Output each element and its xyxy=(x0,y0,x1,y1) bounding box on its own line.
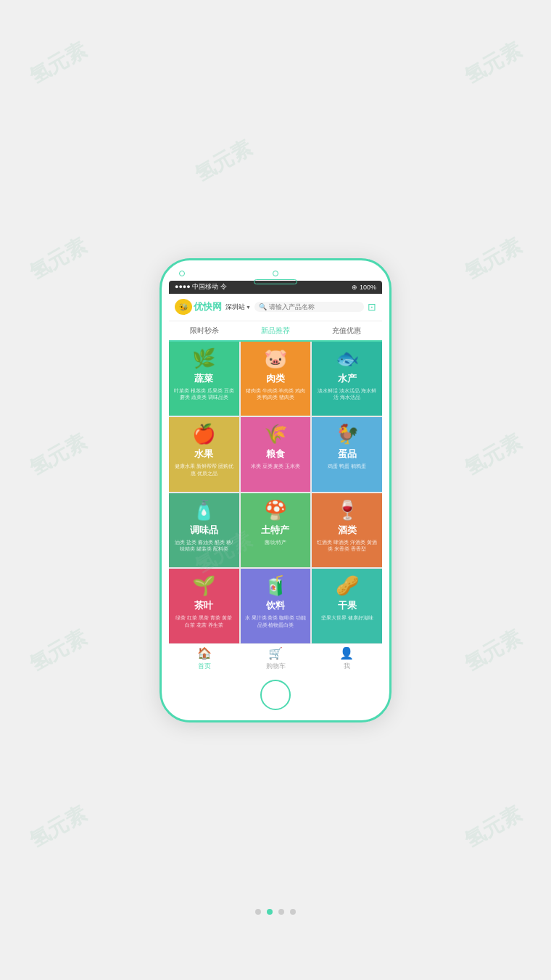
status-right: ⊕ 100% xyxy=(352,284,376,291)
page-dot-0[interactable] xyxy=(255,909,261,915)
category-name-2: 水产 xyxy=(338,372,357,385)
phone-screen: ●●●● 中国移动 令 ⊕ 100% 🐝 优快网 深圳站 ▼ 🔍 ⊡ 限时秒杀 … xyxy=(169,281,382,674)
search-input[interactable] xyxy=(269,303,360,310)
category-icon-7: 🍄 xyxy=(264,499,287,522)
category-sub-3: 健康水果 新鲜帮帮 团购优惠 优质之品 xyxy=(173,463,236,477)
tab-new-products[interactable]: 新品推荐 xyxy=(240,321,311,342)
category-icon-3: 🍎 xyxy=(192,423,215,445)
category-icon-2: 🐟 xyxy=(336,347,359,370)
category-icon-6: 🧴 xyxy=(192,499,215,522)
category-sub-0: 叶菜类 根茎类 瓜果类 豆类 蘑类 蔬菜类 调味品类 xyxy=(173,387,236,402)
category-sub-4: 米类 豆类 麦类 玉米类 xyxy=(251,463,301,470)
watermark: 氢元素 xyxy=(25,624,91,678)
page-dot-3[interactable] xyxy=(290,909,296,915)
logo-icon: 🐝 xyxy=(175,299,192,315)
app-header: 🐝 优快网 深圳站 ▼ 🔍 ⊡ xyxy=(169,294,382,321)
city-name: 深圳站 xyxy=(225,302,245,312)
qr-icon[interactable]: ⊡ xyxy=(368,301,376,313)
search-bar[interactable]: 🔍 xyxy=(254,302,364,312)
bottom-nav-icon-0: 🏠 xyxy=(197,646,212,660)
category-sub-2: 淡水鲜活 淡水活品 海水鲜活 海水活品 xyxy=(315,387,378,402)
category-sub-7: 菌/比特产 xyxy=(265,539,286,546)
search-icon: 🔍 xyxy=(259,303,267,310)
watermark: 氢元素 xyxy=(460,624,526,678)
category-name-11: 干果 xyxy=(338,599,357,612)
category-cell-11[interactable]: 🥜 干果 坚果大世界 健康好滋味 xyxy=(312,569,382,643)
watermark: 氢元素 xyxy=(460,231,526,286)
category-sub-8: 红酒类 啤酒类 洋酒类 黄酒类 米香类 香香型 xyxy=(315,539,378,553)
category-icon-11: 🥜 xyxy=(336,575,359,597)
category-sub-6: 油类 盐类 酱油类 醋类 糖/味精类 罐装类 配料类 xyxy=(173,539,236,553)
category-icon-9: 🌱 xyxy=(192,575,215,597)
category-name-0: 蔬菜 xyxy=(194,372,213,385)
category-name-5: 蛋品 xyxy=(338,448,357,461)
category-cell-7[interactable]: 🍄 土特产 菌/比特产 xyxy=(241,493,311,568)
page-dot-2[interactable] xyxy=(278,909,284,915)
bottom-nav-label-2: 我 xyxy=(344,662,350,671)
category-cell-4[interactable]: 🌾 粮食 米类 豆类 麦类 玉米类 xyxy=(241,417,311,492)
category-icon-1: 🐷 xyxy=(264,347,287,370)
category-name-1: 肉类 xyxy=(266,372,285,385)
phone-camera-dot xyxy=(179,271,185,276)
category-name-7: 土特产 xyxy=(261,524,289,537)
phone-speaker xyxy=(254,279,297,284)
category-cell-0[interactable]: 🌿 蔬菜 叶菜类 根茎类 瓜果类 豆类 蘑类 蔬菜类 调味品类 xyxy=(169,342,239,416)
bottom-nav-label-1: 购物车 xyxy=(266,662,286,671)
dropdown-arrow-icon: ▼ xyxy=(246,305,251,310)
category-name-10: 饮料 xyxy=(266,599,285,612)
category-icon-10: 🧃 xyxy=(264,575,287,597)
tab-flash-sale[interactable]: 限时秒杀 xyxy=(169,321,240,340)
bottom-nav-item-购物车[interactable]: 🛒 购物车 xyxy=(240,644,311,674)
category-icon-5: 🐓 xyxy=(336,423,359,445)
watermark: 氢元素 xyxy=(460,800,526,855)
phone-home-button[interactable] xyxy=(260,680,291,710)
logo-area: 🐝 优快网 xyxy=(175,299,222,315)
category-cell-10[interactable]: 🧃 饮料 水 果汁类 茶类 咖啡类 功能品类 植物蛋白类 xyxy=(241,569,311,643)
category-name-9: 茶叶 xyxy=(194,599,213,612)
phone-camera xyxy=(273,271,278,276)
category-name-8: 酒类 xyxy=(338,524,357,537)
category-cell-6[interactable]: 🧴 调味品 油类 盐类 酱油类 醋类 糖/味精类 罐装类 配料类 xyxy=(169,493,239,568)
watermark: 氢元素 xyxy=(460,36,526,90)
watermark: 氢元素 xyxy=(25,800,91,855)
status-left: ●●●● 中国移动 令 xyxy=(175,282,227,292)
category-sub-10: 水 果汁类 茶类 咖啡类 功能品类 植物蛋白类 xyxy=(244,614,307,629)
watermark: 氢元素 xyxy=(25,231,91,286)
bottom-nav-icon-1: 🛒 xyxy=(268,646,283,660)
category-cell-5[interactable]: 🐓 蛋品 鸡蛋 鸭蛋 鹌鹑蛋 xyxy=(312,417,382,492)
category-name-3: 水果 xyxy=(194,448,213,461)
bottom-nav-icon-2: 👤 xyxy=(339,646,354,660)
category-sub-9: 绿茶 红茶 黑茶 青茶 黄茶 白茶 花茶 养生茶 xyxy=(173,614,236,629)
bottom-nav-item-首页[interactable]: 🏠 首页 xyxy=(169,644,240,674)
page-dot-1[interactable] xyxy=(267,909,273,915)
category-cell-8[interactable]: 🍷 酒类 红酒类 啤酒类 洋酒类 黄酒类 米香类 香香型 xyxy=(312,493,382,568)
category-grid: 🌿 蔬菜 叶菜类 根茎类 瓜果类 豆类 蘑类 蔬菜类 调味品类 🐷 肉类 猪肉类… xyxy=(169,342,382,643)
category-name-6: 调味品 xyxy=(190,524,218,537)
category-cell-1[interactable]: 🐷 肉类 猪肉类 牛肉类 羊肉类 鸡肉类 鸭肉类 猪肉类 xyxy=(241,342,311,416)
tab-recharge[interactable]: 充值优惠 xyxy=(311,321,382,340)
logo-text: 优快网 xyxy=(194,300,222,313)
watermark: 氢元素 xyxy=(25,427,91,482)
category-sub-5: 鸡蛋 鸭蛋 鹌鹑蛋 xyxy=(328,463,366,470)
phone-shell: ●●●● 中国移动 令 ⊕ 100% 🐝 优快网 深圳站 ▼ 🔍 ⊡ 限时秒杀 … xyxy=(160,258,392,722)
bottom-nav-item-我[interactable]: 👤 我 xyxy=(311,644,382,674)
page-dots xyxy=(255,909,296,915)
category-icon-8: 🍷 xyxy=(336,499,359,522)
bottom-nav: 🏠 首页 🛒 购物车 👤 我 xyxy=(169,643,382,674)
category-cell-2[interactable]: 🐟 水产 淡水鲜活 淡水活品 海水鲜活 海水活品 xyxy=(312,342,382,416)
city-selector[interactable]: 深圳站 ▼ xyxy=(225,302,251,312)
nav-tabs: 限时秒杀 新品推荐 充值优惠 xyxy=(169,321,382,342)
bottom-nav-label-0: 首页 xyxy=(198,662,211,671)
watermark: 氢元素 xyxy=(460,427,526,482)
category-cell-3[interactable]: 🍎 水果 健康水果 新鲜帮帮 团购优惠 优质之品 xyxy=(169,417,239,492)
category-sub-11: 坚果大世界 健康好滋味 xyxy=(321,614,373,622)
category-name-4: 粮食 xyxy=(266,448,285,461)
category-sub-1: 猪肉类 牛肉类 羊肉类 鸡肉类 鸭肉类 猪肉类 xyxy=(244,387,307,402)
phone-top-bar xyxy=(162,260,389,281)
category-cell-9[interactable]: 🌱 茶叶 绿茶 红茶 黑茶 青茶 黄茶 白茶 花茶 养生茶 xyxy=(169,569,239,643)
category-icon-0: 🌿 xyxy=(192,347,215,370)
category-icon-4: 🌾 xyxy=(264,423,287,445)
watermark: 氢元素 xyxy=(190,133,257,188)
watermark: 氢元素 xyxy=(25,36,91,90)
